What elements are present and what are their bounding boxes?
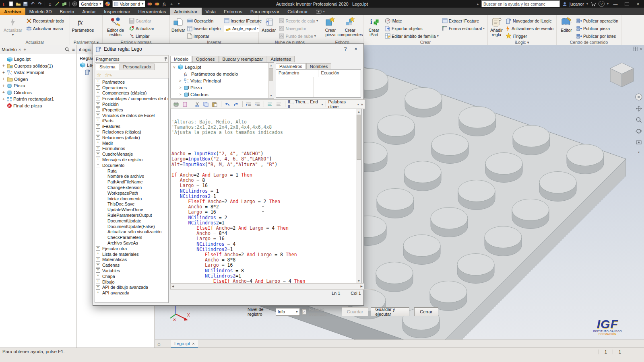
copy-icon[interactable] bbox=[202, 101, 210, 108]
browser-panel-close-icon[interactable]: × bbox=[19, 47, 21, 52]
crear-componentes-button[interactable]: Crear componentes bbox=[339, 16, 361, 39]
expander-icon[interactable]: − bbox=[96, 163, 100, 167]
tree-item[interactable]: +Patrón rectangular1 bbox=[1, 96, 76, 103]
home-tab-icon[interactable]: ⌂ bbox=[155, 340, 163, 348]
asociar-button[interactable]: Asociar bbox=[260, 16, 277, 39]
reconstruir-todo-button[interactable]: Reconstruir todo bbox=[25, 17, 65, 25]
dialog-tab-opciones[interactable]: Opciones bbox=[192, 56, 218, 62]
tree-item[interactable]: +Ejecutar otra bbox=[95, 246, 168, 251]
a-adir-regla-button[interactable]: Añadir regla bbox=[489, 16, 504, 39]
toolbar-overflow-icon[interactable]: » bbox=[361, 102, 363, 107]
snippet-dropdown[interactable]: If... Then... End If▾ bbox=[288, 99, 323, 109]
browser-search-icon[interactable] bbox=[65, 47, 70, 52]
editor-button[interactable]: Editor bbox=[558, 16, 574, 39]
tree-item[interactable]: +Matemáticas bbox=[95, 257, 168, 263]
outdent-icon[interactable] bbox=[245, 101, 252, 108]
zoom-icon[interactable] bbox=[636, 117, 642, 123]
tree-item[interactable]: PathAndFileName bbox=[95, 179, 168, 185]
browser-menu-icon[interactable]: ≡ bbox=[72, 47, 75, 52]
ribbon-tab-administrar[interactable]: Administrar bbox=[170, 8, 201, 15]
adjust-icon[interactable] bbox=[146, 0, 153, 7]
params-tab-nombres[interactable]: Nombres bbox=[306, 63, 332, 70]
orbit-icon[interactable] bbox=[636, 128, 642, 134]
expander-icon[interactable]: + bbox=[96, 274, 100, 278]
fragments-tab-sistema[interactable]: Sistema bbox=[96, 64, 119, 70]
keywords-dropdown[interactable]: Palabras clave▾ bbox=[328, 99, 359, 109]
dialog-tab-modelo[interactable]: Modelo bbox=[170, 56, 192, 63]
ribbon-tab-herramientas[interactable]: Herramientas bbox=[134, 8, 170, 15]
wheel-icon[interactable] bbox=[71, 0, 78, 7]
expander-icon[interactable]: + bbox=[96, 119, 100, 123]
expander-icon[interactable]: + bbox=[96, 152, 100, 156]
home-icon[interactable]: ⌂ bbox=[46, 0, 54, 7]
dialog-tab-asistentes[interactable]: Asistentes bbox=[267, 56, 295, 62]
tree-item[interactable]: +CuadroMensaje bbox=[95, 151, 168, 157]
tree-item[interactable]: +Relaciones (clásica) bbox=[95, 129, 168, 135]
tree-item[interactable]: +Cadenas bbox=[95, 262, 168, 268]
tree-item[interactable]: Ruta bbox=[95, 168, 168, 174]
crear-ipart-button[interactable]: i Crear iPart bbox=[365, 16, 383, 39]
imate-button[interactable]: iMate bbox=[384, 17, 440, 25]
expander-icon[interactable]: + bbox=[96, 85, 100, 90]
pin-icon[interactable] bbox=[164, 57, 167, 61]
tree-item[interactable]: DocumentUpdate bbox=[95, 218, 168, 224]
trace-checkbox[interactable]: ✓ bbox=[302, 309, 307, 315]
save-icon[interactable] bbox=[22, 0, 29, 7]
recorte-de-caja-button[interactable]: Recorte de caja▾ bbox=[278, 17, 319, 25]
ribbon-tab-para-empezar[interactable]: Para empezar bbox=[246, 8, 283, 15]
expander-icon[interactable]: + bbox=[2, 90, 6, 95]
par-metros-button[interactable]: fx Parámetros bbox=[72, 16, 94, 39]
tree-item[interactable]: WorkspacePath bbox=[95, 190, 168, 196]
tree-item[interactable]: ThisDoc.Save bbox=[95, 202, 168, 207]
expander-icon[interactable]: + bbox=[96, 252, 100, 256]
tree-item[interactable]: RuleParametersOutput bbox=[95, 212, 168, 218]
tree-item[interactable]: Lego.ipt bbox=[1, 56, 76, 63]
tree-item[interactable]: >Vista: Principal bbox=[171, 77, 274, 84]
tree-item[interactable]: +Componentes (clásica) bbox=[95, 90, 168, 96]
tree-item[interactable]: +iProperties bbox=[95, 107, 168, 113]
tree-item[interactable]: +Pieza bbox=[1, 82, 76, 89]
tree-item[interactable]: −Documento bbox=[95, 162, 168, 168]
tree-item[interactable]: ×Final de pieza bbox=[1, 103, 76, 109]
document-tab-close-icon[interactable]: × bbox=[192, 341, 194, 346]
expander-icon[interactable]: + bbox=[2, 84, 6, 88]
ilogic-panel-tab[interactable]: iLogic bbox=[79, 47, 91, 52]
tree-item[interactable]: +Lista de materiales bbox=[95, 251, 168, 257]
redo-icon[interactable]: ↷ bbox=[36, 0, 43, 7]
plus-icon[interactable]: + bbox=[168, 0, 175, 7]
comment-icon[interactable] bbox=[266, 101, 274, 108]
expander-icon[interactable]: + bbox=[96, 291, 100, 295]
validate-icon[interactable] bbox=[181, 101, 188, 108]
expander-icon[interactable]: + bbox=[96, 97, 100, 101]
expander-icon[interactable]: + bbox=[2, 97, 6, 101]
actualizar-masa-button[interactable]: Actualizar masa bbox=[25, 25, 65, 32]
dialog-close-button[interactable]: × bbox=[351, 46, 361, 53]
cart-icon[interactable] bbox=[590, 2, 596, 6]
tree-item[interactable]: DocumentUpdate(False) bbox=[95, 224, 168, 229]
expander-icon[interactable]: + bbox=[96, 141, 100, 145]
ribbon-tab-colaborar[interactable]: Colaborar bbox=[283, 8, 312, 15]
expander-icon[interactable]: + bbox=[96, 107, 100, 112]
editar-mbito-de-familia-button[interactable]: Editar ámbito de familia▾ bbox=[384, 32, 440, 40]
qat-dropdown-icon[interactable]: ▾ bbox=[175, 0, 182, 7]
tree-item[interactable]: +Mensajes de registro bbox=[95, 157, 168, 162]
tree-item[interactable]: +Variables bbox=[95, 268, 168, 274]
expander-icon[interactable]: + bbox=[2, 64, 6, 68]
tree-item[interactable]: +Relaciones (añadir) bbox=[95, 135, 168, 140]
tree-item[interactable]: +Operaciones bbox=[95, 85, 168, 90]
undo-icon[interactable] bbox=[224, 101, 231, 108]
derivar-button[interactable]: Derivar bbox=[171, 16, 185, 39]
itrigger-button[interactable]: iTrigger bbox=[504, 32, 555, 40]
print-icon[interactable] bbox=[172, 101, 180, 108]
ribbon-tab-anotar[interactable]: Anotar bbox=[78, 8, 100, 15]
publicar-operaci-n-button[interactable]: Publicar operación bbox=[575, 17, 619, 25]
guardar-button[interactable]: Guardar bbox=[128, 17, 155, 25]
viewcube[interactable] bbox=[607, 60, 637, 91]
open-file-icon[interactable] bbox=[14, 0, 22, 7]
insertar-ifeature-button[interactable]: Insertar iFeature bbox=[223, 17, 263, 25]
viewport-split-icon[interactable] bbox=[633, 47, 638, 52]
help-search-input[interactable]: Buscar en la ayuda y los comanc bbox=[481, 0, 560, 7]
column-ecuacion[interactable]: Ecuación bbox=[318, 70, 361, 77]
tree-item[interactable]: +API avanzada bbox=[95, 290, 168, 296]
ribbon-tab-modelo-3d[interactable]: Modelo 3D bbox=[25, 8, 56, 15]
